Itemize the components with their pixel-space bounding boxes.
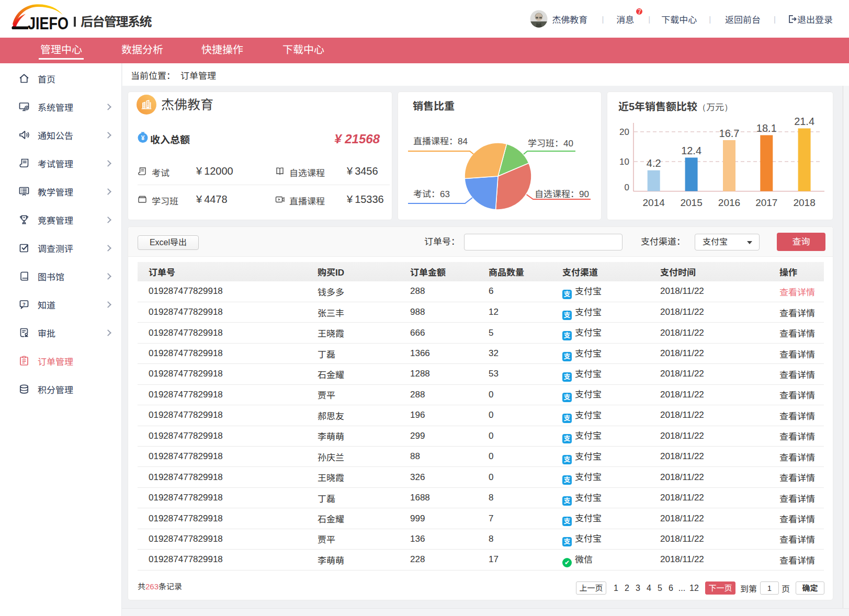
svg-text:18.1: 18.1 (756, 122, 777, 134)
svg-text:¥: ¥ (141, 134, 145, 142)
svg-text:12.4: 12.4 (681, 145, 701, 156)
svg-text:自选课程：90: 自选课程：90 (535, 189, 589, 199)
svg-text:20: 20 (619, 127, 629, 137)
svg-text:直播课程：84: 直播课程：84 (413, 136, 468, 146)
svg-text:2015: 2015 (680, 197, 702, 208)
svg-text:JIEFO: JIEFO (28, 13, 69, 33)
svg-text:2014: 2014 (643, 197, 665, 208)
svg-text:0: 0 (625, 182, 629, 192)
svg-text:2018: 2018 (793, 197, 815, 208)
svg-text:2016: 2016 (718, 197, 740, 208)
svg-text:4.2: 4.2 (647, 157, 661, 169)
svg-text:2017: 2017 (755, 197, 777, 208)
svg-text:16.7: 16.7 (719, 128, 740, 139)
svg-text:考试：63: 考试：63 (413, 189, 450, 199)
svg-text:学习班：40: 学习班：40 (528, 139, 573, 149)
svg-text:10: 10 (619, 157, 629, 167)
svg-text:?: ? (22, 301, 26, 307)
svg-text:21.4: 21.4 (794, 116, 814, 127)
